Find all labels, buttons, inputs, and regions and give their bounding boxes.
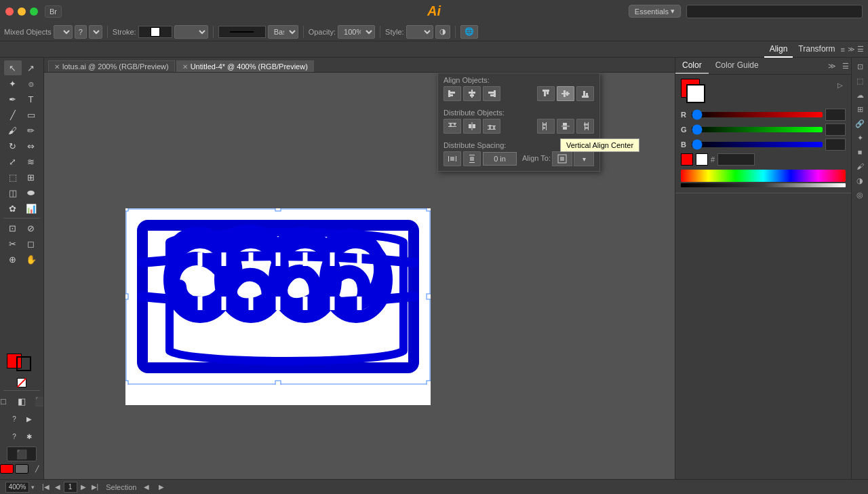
- g-value[interactable]: [825, 124, 846, 136]
- stroke-color-preview[interactable]: [138, 26, 172, 38]
- dist-center-h-btn[interactable]: [463, 119, 481, 134]
- red-fill-btn[interactable]: [0, 464, 14, 474]
- bridge-button[interactable]: Br: [45, 5, 62, 18]
- transform-tab[interactable]: Transform: [793, 41, 840, 58]
- rect-tool[interactable]: ▭: [22, 107, 40, 122]
- dist-top-btn[interactable]: [443, 119, 461, 134]
- dist-space-h-btn[interactable]: [443, 151, 461, 166]
- artboard-tool[interactable]: ⊡: [4, 221, 22, 235]
- direct-selection-tool[interactable]: ↗: [22, 60, 40, 75]
- lasso-tool[interactable]: ⌾: [22, 76, 40, 91]
- selection-tool[interactable]: ↖: [4, 60, 22, 75]
- transform-mode-select[interactable]: 7: [54, 25, 73, 39]
- links-btn[interactable]: 🔗: [854, 117, 866, 130]
- align-bottom-btn[interactable]: [576, 86, 594, 101]
- search-input[interactable]: [686, 5, 863, 18]
- align-center-v-btn[interactable]: [557, 86, 574, 101]
- r-value[interactable]: [825, 109, 846, 121]
- essentials-button[interactable]: Essentials ▾: [629, 5, 681, 18]
- stroke-preview-line[interactable]: [218, 26, 266, 38]
- zoom-input[interactable]: 400%: [5, 482, 29, 493]
- align-center-h-btn[interactable]: [463, 86, 481, 101]
- paintbrush-tool[interactable]: 🖌: [4, 123, 22, 138]
- type-tool[interactable]: T: [22, 92, 40, 107]
- mirror-tool[interactable]: ⇔: [22, 138, 40, 153]
- magic-wand-tool[interactable]: ✦: [4, 76, 22, 91]
- canvas-tab-lotus[interactable]: ✕ lotus.ai @ 200% (RGB/Preview): [48, 60, 175, 72]
- red-color-swatch[interactable]: [681, 153, 693, 166]
- layers-icon-btn[interactable]: ⊡: [854, 60, 866, 73]
- properties-btn[interactable]: ⊞: [854, 103, 866, 115]
- dist-center-v-btn[interactable]: [557, 119, 574, 134]
- minimize-button[interactable]: [18, 7, 26, 16]
- slash-btn[interactable]: ╱: [30, 464, 43, 474]
- white-fill-btn[interactable]: [15, 464, 28, 474]
- scissors-tool[interactable]: ✂: [4, 236, 22, 251]
- opacity-select[interactable]: 100%: [338, 25, 375, 39]
- slice-tool[interactable]: ⊘: [22, 221, 40, 235]
- change-mode2[interactable]: ◧: [13, 394, 31, 408]
- white-color-swatch[interactable]: [696, 153, 708, 166]
- warp-tool[interactable]: ≋: [22, 154, 40, 169]
- hand-tool[interactable]: ✋: [22, 252, 40, 267]
- extra-tool-btn2[interactable]: ✱: [22, 429, 36, 444]
- panel-right-expand[interactable]: ▷: [837, 81, 843, 89]
- b-value[interactable]: [825, 138, 846, 151]
- panel-options-icon[interactable]: ☰: [857, 45, 864, 54]
- last-page-btn[interactable]: ▶|: [90, 482, 101, 491]
- blend-tool[interactable]: ⬬: [22, 185, 40, 200]
- first-page-btn[interactable]: |◀: [40, 482, 52, 491]
- hide-btn[interactable]: ▶: [22, 411, 36, 426]
- style-btn[interactable]: ◑: [435, 25, 450, 39]
- appearance-btn[interactable]: ◎: [854, 189, 866, 201]
- artboard-icon-btn[interactable]: ⬚: [854, 75, 866, 87]
- align-top-btn[interactable]: [537, 86, 555, 101]
- graphic-styles-btn[interactable]: ◑: [854, 174, 866, 187]
- globe-btn[interactable]: 🌐: [460, 25, 478, 39]
- symbol-tool[interactable]: ✿: [4, 201, 22, 216]
- eraser-tool[interactable]: ◻: [22, 236, 40, 251]
- page-input[interactable]: 1: [64, 482, 77, 493]
- stroke-width-select[interactable]: [174, 25, 208, 39]
- extra-tool-btn[interactable]: ?: [7, 429, 21, 444]
- canvas-content[interactable]: Align Objects:: [44, 73, 675, 479]
- panel-menu-icon[interactable]: ≡: [841, 45, 845, 54]
- stroke-style-select[interactable]: Basic: [268, 25, 298, 39]
- brushes-btn[interactable]: 🖌: [854, 160, 866, 172]
- rotate-tool[interactable]: ↻: [4, 138, 22, 153]
- r-slider[interactable]: [692, 112, 823, 117]
- close-button[interactable]: [5, 7, 14, 16]
- change-mode3[interactable]: ⬛: [31, 394, 44, 408]
- align-to-select[interactable]: [552, 151, 572, 166]
- gradient-tool[interactable]: ◫: [4, 185, 22, 200]
- prev-page-btn[interactable]: ◀: [53, 482, 62, 491]
- pencil-tool[interactable]: ✏: [22, 123, 40, 138]
- color-tab[interactable]: Color: [675, 58, 709, 74]
- panel-menu-icon2[interactable]: ☰: [840, 61, 851, 71]
- pen-tool[interactable]: ✒: [4, 92, 22, 107]
- screen-mode-btn[interactable]: ⬛: [7, 446, 37, 461]
- dist-left-btn[interactable]: [537, 119, 555, 134]
- question-tool[interactable]: ?: [7, 411, 21, 426]
- symbols-btn[interactable]: ✦: [854, 132, 866, 144]
- zoom-tool[interactable]: ⊕: [4, 252, 22, 267]
- canvas-tab-untitled[interactable]: ✕ Untitled-4* @ 400% (RGB/Preview): [176, 60, 314, 72]
- status-arrow-right[interactable]: ▶: [157, 482, 166, 491]
- stroke-swatch[interactable]: [686, 84, 705, 103]
- scale-tool[interactable]: ⤢: [4, 154, 22, 169]
- color-guide-tab[interactable]: Color Guide: [709, 58, 766, 74]
- panel-collapse-icon[interactable]: ≫: [826, 61, 838, 71]
- change-screen-mode[interactable]: □: [0, 394, 12, 408]
- align-tab[interactable]: Align: [764, 41, 793, 58]
- cc-libraries-btn[interactable]: ☁: [854, 89, 866, 101]
- mesh-tool[interactable]: ⊞: [22, 170, 40, 185]
- dist-space-v-btn[interactable]: [463, 151, 481, 166]
- style-select[interactable]: [406, 25, 433, 39]
- spacing-input[interactable]: 0 in: [483, 152, 517, 166]
- line-tool[interactable]: ╱: [4, 107, 22, 122]
- next-page-btn[interactable]: ▶: [79, 482, 88, 491]
- zoom-dropdown-arrow[interactable]: ▾: [31, 484, 35, 491]
- g-slider[interactable]: [692, 127, 823, 132]
- b-slider[interactable]: [692, 142, 823, 147]
- canvas-tab-close-btn[interactable]: ✕: [54, 63, 60, 71]
